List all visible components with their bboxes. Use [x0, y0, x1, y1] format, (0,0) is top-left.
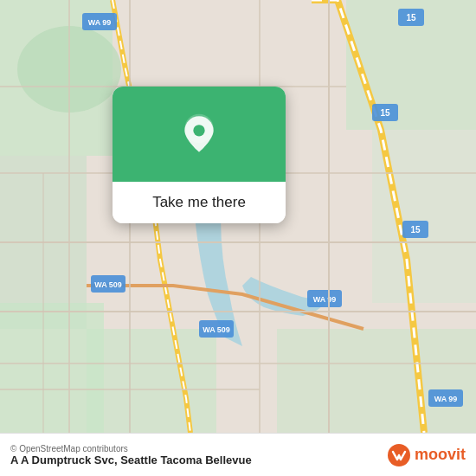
location-pin-icon	[177, 113, 221, 156]
svg-text:15: 15	[410, 225, 421, 235]
svg-rect-6	[87, 329, 216, 433]
svg-text:15: 15	[380, 108, 390, 118]
copyright-text: © OpenStreetMap contributors	[10, 444, 252, 453]
take-me-there-button[interactable]: Take me there	[113, 182, 286, 223]
svg-text:WA 99: WA 99	[434, 395, 458, 403]
bottom-bar: © OpenStreetMap contributors A A Dumptru…	[0, 433, 476, 476]
svg-text:WA 509: WA 509	[94, 280, 122, 289]
map-container: 15 15 15 WA 99 WA 99 WA 509 WA 509 WA 99…	[0, 0, 476, 433]
svg-text:15: 15	[406, 13, 416, 23]
card-green-section	[113, 87, 286, 182]
moovit-brand-icon	[387, 443, 411, 467]
location-title: A A Dumptruck Svc, Seattle Tacoma Bellev…	[10, 453, 252, 466]
svg-text:WA 99: WA 99	[88, 18, 112, 27]
svg-rect-7	[277, 329, 476, 433]
svg-text:WA 99: WA 99	[313, 295, 337, 304]
location-card: Take me there	[113, 87, 286, 223]
moovit-brand-text: moovit	[415, 446, 466, 464]
moovit-logo: moovit	[387, 443, 466, 467]
svg-point-39	[193, 125, 204, 136]
svg-text:WA 509: WA 509	[203, 325, 230, 334]
bottom-left-info: © OpenStreetMap contributors A A Dumptru…	[10, 444, 252, 466]
